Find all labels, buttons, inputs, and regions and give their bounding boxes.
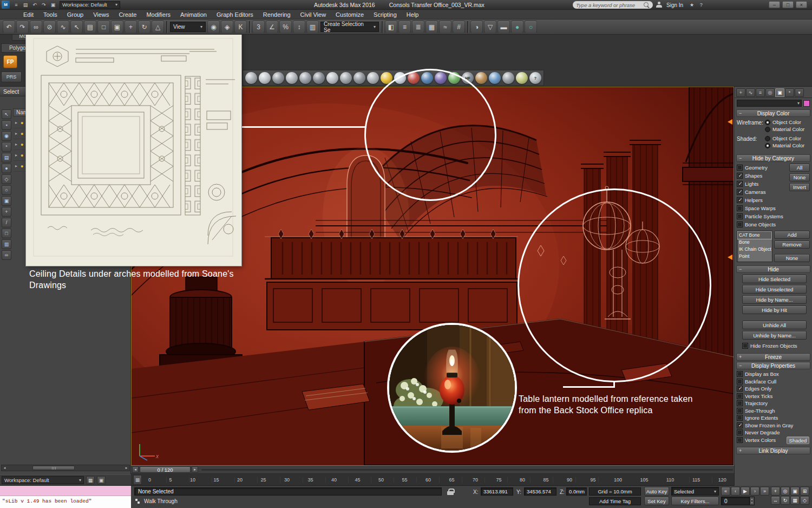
list-item-ik-chain-object[interactable]: IK Chain Object: [738, 246, 771, 253]
help-icon[interactable]: ?: [529, 72, 541, 84]
sign-in-button[interactable]: Sign In: [666, 2, 683, 8]
adaptive-degradation-icon[interactable]: ◇: [800, 496, 809, 505]
auto-key-button[interactable]: Auto Key: [644, 487, 669, 496]
keyboard-shortcut-toggle-icon[interactable]: K: [234, 21, 247, 33]
menu-group[interactable]: Group: [62, 10, 89, 19]
search-icon[interactable]: [643, 2, 650, 8]
walkthrough-icon[interactable]: [134, 498, 141, 505]
selection-lock-icon[interactable]: [447, 489, 454, 495]
named-selection-dropdown[interactable]: ▾: [737, 100, 802, 107]
select-and-manipulate-icon[interactable]: ◈: [221, 21, 233, 33]
set-key-button[interactable]: Set Key: [644, 497, 669, 505]
previous-frame-arrow-icon[interactable]: ◂: [132, 466, 139, 473]
expand-arrow-icon[interactable]: ▸: [15, 164, 17, 168]
maximize-viewport-icon[interactable]: ▦: [790, 496, 800, 505]
select-object-icon[interactable]: ↖: [70, 21, 83, 33]
dock-toggle-icon[interactable]: ▣: [97, 476, 106, 484]
next-frame-button[interactable]: ›: [750, 487, 759, 496]
container-icon[interactable]: □: [2, 229, 11, 238]
motion-tab[interactable]: ◎: [765, 88, 775, 97]
menu-edit[interactable]: Edit: [18, 10, 38, 19]
search-input[interactable]: Type a keyword or phrase: [573, 1, 653, 9]
undo-icon[interactable]: ↶: [30, 1, 39, 9]
close-button[interactable]: ×: [796, 1, 807, 8]
time-slider-handle[interactable]: 0 / 120: [140, 466, 191, 473]
lightbulb-icon[interactable]: [516, 72, 528, 84]
z-coordinate-field[interactable]: 0.0mm: [566, 487, 587, 496]
spinner-snap-icon[interactable]: ↕: [293, 21, 305, 33]
menu-scripting[interactable]: Scripting: [369, 10, 402, 19]
camera-icon[interactable]: ▣: [2, 196, 11, 206]
layer-icon[interactable]: ▤: [2, 153, 11, 162]
render-setup-icon[interactable]: ▽: [484, 21, 496, 33]
scrollbar-handle[interactable]: [32, 466, 75, 470]
current-frame-field[interactable]: 0▴▾: [721, 497, 755, 505]
render-production-icon[interactable]: ●: [511, 21, 523, 33]
menu-help[interactable]: Help: [402, 10, 424, 19]
tube-icon[interactable]: [340, 72, 352, 84]
scroll-left-icon[interactable]: ◂: [2, 466, 8, 470]
titlebar-help-icon[interactable]: ?: [697, 1, 705, 9]
percent-snap-icon[interactable]: %: [279, 21, 292, 33]
checkbox-vertex-ticks[interactable]: Vertex Ticks: [737, 393, 810, 400]
checkbox-helpers[interactable]: Helpers: [737, 196, 810, 204]
workspace-selector[interactable]: Workspace: Default▾: [2, 476, 84, 484]
select-cursor-icon[interactable]: ↖: [2, 109, 11, 119]
list-none-button[interactable]: None: [774, 254, 810, 262]
all-button[interactable]: All: [789, 164, 810, 172]
checkbox-show-frozen-in-gray[interactable]: Show Frozen in Gray: [737, 422, 810, 429]
mirror-icon[interactable]: ◧: [385, 21, 397, 33]
add-time-tag-button[interactable]: Add Time Tag: [589, 497, 641, 505]
visibility-bulb-icon[interactable]: ●: [21, 142, 23, 147]
geometry-icon[interactable]: ●: [2, 164, 11, 173]
align-icon[interactable]: ≡: [398, 21, 411, 33]
menu-views[interactable]: Views: [88, 10, 114, 19]
save-icon[interactable]: ▤: [21, 1, 30, 9]
radio-wireframe-object-color[interactable]: Object Color: [765, 119, 810, 126]
unlink-selection-icon[interactable]: ⊘: [43, 21, 56, 33]
radio-shaded-material-color[interactable]: Material Color: [765, 142, 810, 149]
radio-shaded-object-color[interactable]: Object Color: [765, 135, 810, 142]
torus-icon[interactable]: [286, 72, 298, 84]
use-pivot-point-icon[interactable]: ◉: [207, 21, 220, 33]
none-button[interactable]: None: [789, 173, 810, 181]
open-mini-curve-editor-icon[interactable]: ▦: [133, 475, 142, 485]
menu-tools[interactable]: Tools: [38, 10, 62, 19]
checkbox-display-as-box[interactable]: Display as Box: [737, 370, 810, 378]
box-icon[interactable]: [245, 72, 257, 84]
geosphere-icon[interactable]: [326, 72, 338, 84]
rectangular-selection-icon[interactable]: □: [97, 21, 110, 33]
curve-editor-icon[interactable]: ≈: [439, 21, 451, 33]
checkbox-particle-systems[interactable]: Particle Systems: [737, 212, 810, 220]
hide-by-name-button[interactable]: Hide by Name...: [742, 295, 807, 304]
unhide-all-button[interactable]: Unhide All: [742, 321, 807, 329]
window-crossing-icon[interactable]: ▣: [111, 21, 123, 33]
zoom-all-icon[interactable]: ◎: [781, 487, 790, 496]
sphere-icon[interactable]: [259, 72, 271, 84]
menu-customize[interactable]: Customize: [331, 10, 369, 19]
utilities-tab[interactable]: *: [785, 88, 794, 97]
freeform-button[interactable]: FP: [3, 55, 17, 68]
select-and-link-icon[interactable]: ∞: [30, 21, 42, 33]
create-tab[interactable]: +: [736, 88, 745, 97]
go-to-start-button[interactable]: «: [721, 487, 730, 496]
rollout-freeze[interactable]: +Freeze: [736, 353, 810, 361]
fur-icon[interactable]: [475, 72, 487, 84]
checkbox-never-degrade[interactable]: Never Degrade: [737, 429, 810, 437]
menu-create[interactable]: Create: [114, 10, 141, 19]
category-listbox[interactable]: CAT BoneBoneIK Chain ObjectPoint: [737, 231, 772, 262]
cone-icon[interactable]: [313, 72, 325, 84]
selection-filter-dropdown[interactable]: Selected▾: [671, 487, 719, 496]
expand-arrow-icon[interactable]: ▸: [15, 142, 17, 147]
minimize-button[interactable]: –: [769, 1, 780, 8]
material-editor-icon[interactable]: ◑: [470, 21, 483, 33]
ribbon-toggle-icon[interactable]: ▦: [425, 21, 438, 33]
select-and-move-icon[interactable]: +: [125, 21, 137, 33]
go-to-end-button[interactable]: »: [760, 487, 769, 496]
remove-button[interactable]: Remove: [774, 240, 810, 249]
prs-button[interactable]: PRS: [1, 71, 22, 82]
expand-arrow-icon[interactable]: ▸: [15, 120, 17, 125]
pan-icon[interactable]: ↔: [771, 496, 780, 505]
maxscript-mini-listener[interactable]: "sLib v 1.49 has been loaded": [0, 485, 131, 508]
checkbox-space-warps[interactable]: Space Warps: [737, 204, 810, 212]
